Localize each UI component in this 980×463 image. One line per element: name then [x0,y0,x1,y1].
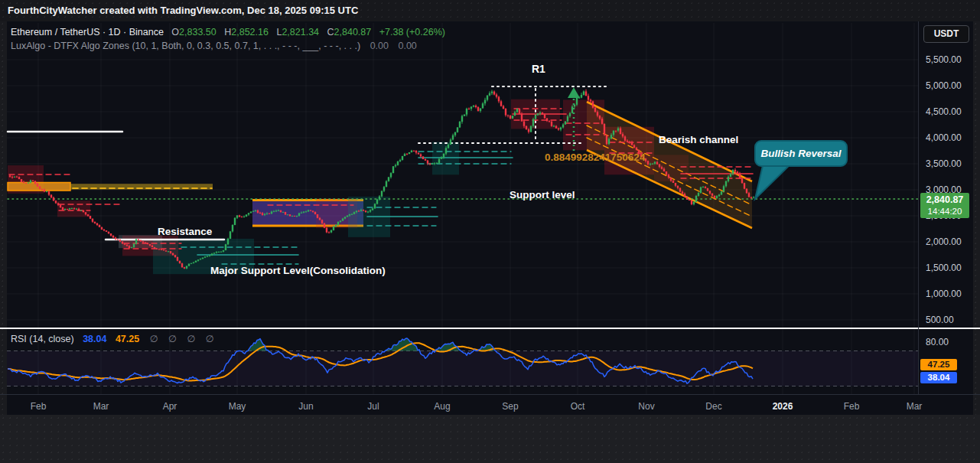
candle-body [337,222,339,225]
time-tick-label[interactable]: 2026 [773,401,793,412]
time-tick-label[interactable]: Aug [434,401,450,412]
candle-body [562,125,564,128]
time-axis-separator [0,394,980,395]
candle-body [112,236,114,237]
rsi-ma-value: 47.25 [116,334,139,344]
candle-body [184,267,185,269]
candle-body [197,259,199,261]
candle-body [576,98,578,105]
ohlc-open-value: 2,833.50 [179,27,217,37]
candle-body [168,251,169,252]
candle-body [365,210,366,212]
candle-body [516,109,518,112]
candle-body [705,187,706,188]
candle-body [310,210,311,211]
candle-body [223,250,224,252]
time-tick-label[interactable]: Feb [31,401,47,412]
candle-body [686,197,688,200]
time-tick-label[interactable]: Mar [907,401,923,412]
ohlc-high-label: H [224,27,231,37]
rsi-placeholder-2: ∅ [168,334,177,344]
candle-body [546,119,548,122]
candle-body [220,252,222,253]
candle-body [296,216,298,217]
candle-body [142,241,144,242]
candle-body [392,166,394,173]
candle-body [34,181,36,184]
time-tick-label[interactable]: May [229,401,246,412]
candle-body [324,223,325,228]
bullish-reversal-callout[interactable]: Bullish Reversal [754,140,848,167]
time-tick-label[interactable]: Apr [163,401,177,412]
candle-body [714,196,715,198]
candle-body [406,154,408,155]
time-tick-label[interactable]: Jul [367,401,379,412]
candle-body [232,225,233,231]
candle-body [230,231,231,238]
candle-body [647,161,649,164]
label-resistance[interactable]: Resistance [158,227,212,238]
candle-body [452,135,454,140]
symbol-legend-row[interactable]: Ethereum / TetherUS · 1D · Binance O2,83… [11,25,445,39]
candle-body [473,106,474,106]
candle-body [156,249,158,249]
label-major-support[interactable]: Major Support Level(Consolidation) [210,266,386,277]
up-arrow-head[interactable] [568,87,580,98]
time-tick-label[interactable]: Feb [844,401,860,412]
candle-body [599,116,601,119]
candle-body [85,212,86,214]
candle-body [32,181,34,181]
candle-body [287,214,288,215]
candle-body [140,240,142,241]
candle-body [90,216,91,219]
candle-body [505,109,506,116]
candle-body [14,177,15,178]
indicator-legend-row[interactable]: LuxAlgo - DTFX Algo Zones (10, 1, Both, … [11,39,445,53]
candle-body [119,240,121,241]
candle-body [569,113,571,116]
time-tick-label[interactable]: Nov [638,401,654,412]
candle-body [567,116,568,122]
symbol-title[interactable]: Ethereum / TetherUS · 1D · Binance [11,27,164,37]
label-fib-value[interactable]: 0.8849928241750624 [545,152,645,164]
candle-body [718,194,720,196]
candle-body [67,209,68,210]
candle-body [94,222,96,223]
time-tick-label[interactable]: Sep [502,401,519,412]
candle-body [280,210,282,212]
candle-body [670,178,672,181]
time-tick-label[interactable]: Jun [298,401,313,412]
time-tick-label[interactable]: Dec [705,401,721,412]
candle-body [255,210,256,211]
time-tick-label[interactable]: Mar [93,401,109,412]
candle-body [383,187,385,191]
indicator-title[interactable]: LuxAlgo - DTFX Algo Zones (10, 1, Both, … [11,41,360,51]
candle-body [99,225,100,227]
label-r1[interactable]: R1 [532,64,545,75]
label-bearish-channel[interactable]: Bearish channel [659,135,738,146]
candle-body [92,219,93,222]
candle-body [122,242,123,244]
candle-body [732,170,734,174]
candle-body [663,169,665,171]
rsi-title[interactable]: RSI (14, close) [11,334,74,344]
candle-body [523,122,525,126]
rsi-legend-row[interactable]: RSI (14, close) 38.04 47.25 ∅ ∅ ∅ ∅ [11,333,214,344]
candle-body [693,202,695,204]
candle-body [679,188,681,192]
currency-toggle-button[interactable]: USDT [923,25,969,43]
candle-body [149,244,151,246]
pane-separator[interactable] [0,328,980,329]
label-support-level[interactable]: Support level [510,190,575,201]
time-tick-label[interactable]: Oct [571,401,585,412]
candle-body [574,105,575,106]
candle-body [106,230,107,232]
chart-canvas[interactable]: 80.005,500.005,000.004,500.004,000.003,5… [0,21,980,415]
candle-body [519,109,520,114]
candle-body [507,116,509,116]
candle-body [76,209,77,210]
candle-body [702,187,704,187]
candle-body [135,240,137,244]
candle-body [282,212,284,213]
candle-body [477,107,479,111]
